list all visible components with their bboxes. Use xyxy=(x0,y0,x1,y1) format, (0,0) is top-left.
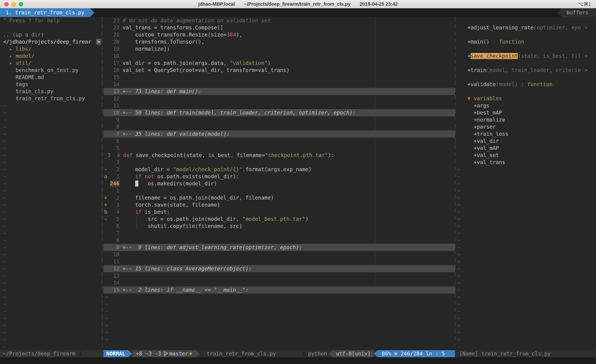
code-line[interactable]: 3 xyxy=(104,159,455,166)
empty-line-tilde: ~ xyxy=(457,194,467,201)
tag-entry[interactable]: +save_checkpoint(state, is_best, fil> xyxy=(467,52,596,59)
code-line[interactable]: 8 xyxy=(104,237,455,244)
zoom-window-button[interactable] xyxy=(19,2,23,6)
code-line[interactable]: 11 xyxy=(104,102,455,109)
gutter-sign xyxy=(104,237,110,244)
text-span xyxy=(119,244,123,251)
nerdtree-file-item[interactable]: train_retr_from_cls.py xyxy=(0,95,102,102)
tag-entry[interactable]: +adjust_learning_rate(optimizer, epo> xyxy=(467,24,596,31)
fold-line[interactable]: 12+-- 15 lines: class AverageMeter(objec… xyxy=(104,265,455,272)
nerdtree-file-item[interactable]: benchmark_on_test.py xyxy=(0,67,102,74)
code-line[interactable]: 18 xyxy=(104,52,455,59)
line-number: 11 xyxy=(110,258,119,265)
window-separator[interactable] xyxy=(455,17,455,350)
code-line[interactable]: 1 xyxy=(104,187,455,194)
code-text xyxy=(123,145,455,152)
code-line[interactable]: 15 xyxy=(104,74,455,81)
empty-line-tilde: ~ xyxy=(457,265,467,272)
code-line[interactable]: 20 transforms.ToTensor(), xyxy=(104,38,455,45)
code-line[interactable]: 16val_set = QuerySet(root=val_dir, trans… xyxy=(104,67,455,74)
tag-entry[interactable]: +val_mAP xyxy=(467,145,596,152)
tagbar-empty-row xyxy=(467,265,596,272)
code-text: os.makedirs(model_dir) xyxy=(123,180,455,187)
code-line[interactable]: 6 xyxy=(104,138,455,145)
tag-entry[interactable]: +main() : function xyxy=(467,38,596,45)
nerdtree-dir-item[interactable]: ▸ util/ xyxy=(0,59,102,67)
code-line[interactable]: 14 xyxy=(104,81,455,88)
code-line[interactable]: 11 xyxy=(104,258,455,265)
tag-entry[interactable]: +val_set xyxy=(467,152,596,159)
tag-entry[interactable]: +parser xyxy=(467,123,596,131)
fold-line[interactable]: 10+-- 50 lines: def train(model, train_l… xyxy=(104,109,455,116)
empty-line-tilde: ~ xyxy=(0,343,102,350)
tagbar-empty-row xyxy=(467,45,596,52)
code-line[interactable]: ~5 │ src = os.path.join(model_dir, "mode… xyxy=(104,216,455,223)
gutter-sign xyxy=(104,59,110,67)
tag-entry[interactable]: +args xyxy=(467,102,596,109)
nerdtree-file-item[interactable]: train_cls.py xyxy=(0,88,102,95)
code-line[interactable]: 12 xyxy=(104,95,455,102)
code-line[interactable]: 22val_trans = transforms.Compose([ xyxy=(104,24,455,31)
code-line[interactable]: +2 filename = os.path.join(model_dir, fi… xyxy=(104,194,455,201)
code-line[interactable]: 5 xyxy=(104,145,455,152)
nerdtree-file-item[interactable]: tags xyxy=(0,81,102,88)
tag-entry[interactable]: +best_mAP xyxy=(467,109,596,116)
empty-line-tilde: ~ xyxy=(0,223,102,230)
tag-entry[interactable]: +validate(model) : function xyxy=(467,81,596,88)
tag-entry[interactable]: +val_trans xyxy=(467,159,596,166)
token: def xyxy=(123,152,133,158)
code-line[interactable]: 246 os.makedirs(model_dir) xyxy=(104,180,455,187)
empty-line-tilde: ~ xyxy=(0,293,102,301)
nerdtree-dir-item[interactable]: ▸ model/ xyxy=(0,52,102,59)
text-span xyxy=(119,131,123,138)
code-text: +-- 9 lines: def adjust_learning_rate(op… xyxy=(123,244,455,251)
gutter-sign: a xyxy=(104,173,110,180)
token: +-- 50 lines: def train(model, train_loa… xyxy=(123,110,356,116)
code-line[interactable]: 8 xyxy=(104,123,455,131)
tag-entry[interactable]: +train_loss xyxy=(467,131,596,138)
gutter-sign xyxy=(104,74,110,81)
minimize-window-button[interactable] xyxy=(12,2,16,6)
empty-line-tilde: ~ xyxy=(104,315,455,322)
code-line[interactable]: 9 xyxy=(104,116,455,123)
code-line[interactable]: _34def save_checkpoint(state, is_best, f… xyxy=(104,152,455,159)
code-line[interactable]: 19 normalize]) xyxy=(104,45,455,52)
empty-line-tilde: ~ xyxy=(457,308,467,315)
fold-line[interactable]: 9+-- 9 lines: def adjust_learning_rate(o… xyxy=(104,244,455,251)
vim-command-line[interactable] xyxy=(0,357,596,364)
window-separator[interactable] xyxy=(102,17,102,350)
tag-entry[interactable]: +normalize xyxy=(467,116,596,123)
nerdtree-root[interactable]: </jdhao/Projects/deep_firear> xyxy=(0,38,102,45)
tagbar-empty-row xyxy=(467,230,596,237)
code-line[interactable]: ~2 model_dir = "model/check_point/{}".fo… xyxy=(104,166,455,173)
tag-entry[interactable]: +train(model, train_loader, criterio> xyxy=(467,67,596,74)
nerdtree-up[interactable]: .. (up a dir) xyxy=(0,31,102,38)
text-span xyxy=(119,208,123,216)
code-line[interactable]: 17val_dir = os.path.join(args.data, "val… xyxy=(104,59,455,67)
tag-entry[interactable]: ▼ variables xyxy=(467,95,596,102)
tag-entry[interactable]: +val_dir xyxy=(467,138,596,145)
fold-line[interactable]: 13+-- 73 lines: def main(): xyxy=(104,88,455,95)
code-line[interactable]: 13 xyxy=(104,272,455,279)
code-line[interactable]: 23# do not do data augmentation on valid… xyxy=(104,17,455,24)
file-name: train_cls.py xyxy=(3,88,53,95)
blank-line xyxy=(457,31,467,38)
buffer-tab[interactable]: 1. train_retr_from_cls.py xyxy=(0,8,90,17)
fold-line[interactable]: 15+-- 2 lines: if __name__ == "__main__"… xyxy=(104,286,455,293)
nerdtree-dir-item[interactable]: ▸ libs/ xyxy=(0,45,102,52)
code-line[interactable]: +3 torch.save(state, filename) xyxy=(104,201,455,208)
code-line[interactable]: b4 if is_best: xyxy=(104,208,455,216)
code-line[interactable]: 6 │ shutil.copyfile(filename, src) xyxy=(104,223,455,230)
code-line[interactable]: a1 if not os.path.exists(model_dir): xyxy=(104,173,455,180)
token: │ xyxy=(135,223,138,229)
fold-line[interactable]: 7+-- 35 lines: def validate(model): xyxy=(104,131,455,138)
nerdtree-file-item[interactable]: README.md xyxy=(0,74,102,81)
code-text: def save_checkpoint(state, is_best, file… xyxy=(123,152,455,159)
terminal-vim-screen: jdhao-MBP.local ~/Projects/deep_firearm/… xyxy=(0,0,596,364)
code-line[interactable]: 7 xyxy=(104,230,455,237)
close-window-button[interactable] xyxy=(4,2,8,6)
code-line[interactable]: 10 xyxy=(104,251,455,258)
tag-text: +normalize xyxy=(467,117,505,123)
code-line[interactable]: 21 custom_transform.Resize(size=384), xyxy=(104,31,455,38)
code-line[interactable]: 14 xyxy=(104,279,455,286)
